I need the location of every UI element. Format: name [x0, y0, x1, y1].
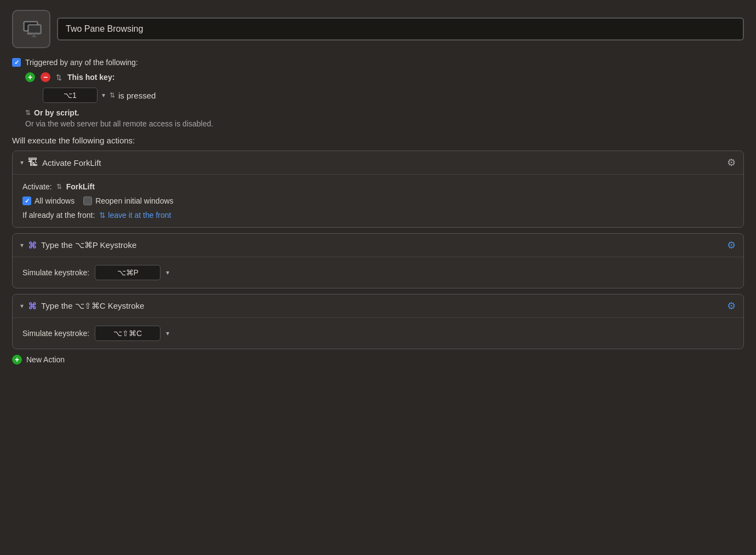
new-action-add-button[interactable]: +	[12, 355, 22, 365]
leave-front-arrows: ⇅	[99, 211, 106, 219]
keystroke-1-row: Simulate keystroke: ⌥⌘P ▾	[22, 265, 734, 280]
activate-forklift-body: Activate: ⇅ ForkLift ✓ All windows Reope…	[13, 174, 743, 227]
action-header-left-2: ▾ ⌘ Type the ⌥⌘P Keystroke	[20, 240, 136, 251]
keystroke-1-body: Simulate keystroke: ⌥⌘P ▾	[13, 257, 743, 288]
action-header-left-3: ▾ ⌘ Type the ⌥⇧⌘C Keystroke	[20, 301, 144, 311]
reopen-windows-checkbox-label[interactable]: Reopen initial windows	[83, 196, 173, 205]
collapse-keystroke-1[interactable]: ▾	[20, 241, 24, 249]
leave-front-label: leave it at the front	[108, 211, 171, 219]
forklift-app-name[interactable]: ForkLift	[66, 182, 95, 191]
all-windows-label: All windows	[35, 196, 75, 205]
key-combo-display[interactable]: ⌥1	[43, 88, 98, 103]
all-windows-checkbox-label[interactable]: ✓ All windows	[22, 196, 75, 205]
is-pressed-label: is pressed	[118, 91, 156, 100]
forklift-app-arrows[interactable]: ⇅	[56, 183, 62, 190]
activate-label: Activate:	[22, 182, 52, 191]
already-front-label: If already at the front:	[22, 211, 95, 219]
keycombo-row: ⌥1 ▾ ⇅ is pressed	[43, 88, 744, 103]
all-windows-checkbox[interactable]: ✓	[22, 196, 31, 205]
action-header-keystroke-1: ▾ ⌘ Type the ⌥⌘P Keystroke ⚙	[13, 234, 743, 257]
action-header-keystroke-2: ▾ ⌘ Type the ⌥⇧⌘C Keystroke ⚙	[13, 294, 743, 317]
reopen-windows-label: Reopen initial windows	[95, 196, 173, 205]
hotkey-sort-arrows[interactable]: ⇅	[56, 73, 62, 82]
keystroke-1-display[interactable]: ⌥⌘P	[95, 265, 161, 280]
keystroke-1-icon: ⌘	[28, 240, 37, 251]
keystroke-1-dropdown[interactable]: ▾	[166, 269, 169, 276]
is-pressed-arrows[interactable]: ⇅	[110, 91, 115, 99]
keystroke-1-title: Type the ⌥⌘P Keystroke	[41, 240, 136, 250]
keystroke-2-icon: ⌘	[28, 301, 37, 311]
is-pressed-section: ⇅ is pressed	[110, 91, 156, 100]
macro-name-input[interactable]	[57, 18, 744, 41]
app-icon	[12, 10, 50, 48]
add-trigger-button[interactable]: +	[25, 72, 35, 82]
trigger-section: ✓ Triggered by any of the following: + −…	[12, 58, 744, 128]
svg-rect-5	[29, 26, 40, 32]
svg-rect-7	[31, 36, 37, 37]
forklift-icon: 🏗	[28, 157, 38, 169]
or-script-arrows: ⇅	[25, 109, 31, 117]
new-action-label: New Action	[26, 355, 65, 364]
action-card-keystroke-1: ▾ ⌘ Type the ⌥⌘P Keystroke ⚙ Simulate ke…	[12, 233, 744, 288]
actions-container: ▾ 🏗 Activate ForkLift ⚙ Activate: ⇅ Fork…	[12, 151, 744, 349]
svg-rect-6	[33, 34, 35, 36]
trigger-header: ✓ Triggered by any of the following:	[12, 58, 744, 67]
keystroke-1-gear[interactable]: ⚙	[727, 239, 736, 251]
remote-access-text: Or via the web server but all remote acc…	[25, 119, 744, 128]
action-card-keystroke-2: ▾ ⌘ Type the ⌥⇧⌘C Keystroke ⚙ Simulate k…	[12, 294, 744, 349]
triggered-checkbox[interactable]: ✓	[12, 58, 21, 67]
activate-forklift-gear[interactable]: ⚙	[727, 157, 736, 169]
hot-key-label: This hot key:	[67, 73, 114, 82]
keystroke-2-gear[interactable]: ⚙	[727, 300, 736, 312]
action-card-activate-forklift: ▾ 🏗 Activate ForkLift ⚙ Activate: ⇅ Fork…	[12, 151, 744, 228]
action-header-left: ▾ 🏗 Activate ForkLift	[20, 157, 101, 169]
already-front-row: If already at the front: ⇅ leave it at t…	[22, 211, 734, 219]
leave-front-button[interactable]: ⇅ leave it at the front	[99, 211, 171, 219]
will-execute-label: Will execute the following actions:	[12, 136, 744, 145]
keystroke-2-row: Simulate keystroke: ⌥⇧⌘C ▾	[22, 326, 734, 341]
keystroke-2-body: Simulate keystroke: ⌥⇧⌘C ▾	[13, 317, 743, 349]
or-script-row[interactable]: ⇅ Or by script.	[25, 108, 744, 117]
remove-trigger-button[interactable]: −	[41, 72, 50, 82]
triggered-label: Triggered by any of the following:	[25, 58, 138, 67]
keystroke-2-title: Type the ⌥⇧⌘C Keystroke	[41, 301, 144, 311]
macro-header	[12, 10, 744, 48]
reopen-windows-checkbox[interactable]	[83, 196, 92, 205]
hotkey-row: + − ⇅ This hot key:	[25, 72, 744, 82]
windows-row: ✓ All windows Reopen initial windows	[22, 196, 734, 205]
simulate-keystroke-label-2: Simulate keystroke:	[22, 329, 89, 338]
new-action-row[interactable]: + New Action	[12, 355, 744, 365]
activate-row: Activate: ⇅ ForkLift	[22, 182, 734, 191]
action-header-activate-forklift: ▾ 🏗 Activate ForkLift ⚙	[13, 151, 743, 174]
collapse-keystroke-2[interactable]: ▾	[20, 302, 24, 310]
or-script-label: Or by script.	[34, 108, 79, 117]
keystroke-2-display[interactable]: ⌥⇧⌘C	[95, 326, 161, 341]
key-combo-dropdown[interactable]: ▾	[102, 91, 105, 99]
activate-forklift-title: Activate ForkLift	[42, 158, 101, 167]
keystroke-2-dropdown[interactable]: ▾	[166, 329, 169, 337]
collapse-activate-forklift[interactable]: ▾	[20, 159, 24, 166]
simulate-keystroke-label-1: Simulate keystroke:	[22, 268, 89, 277]
